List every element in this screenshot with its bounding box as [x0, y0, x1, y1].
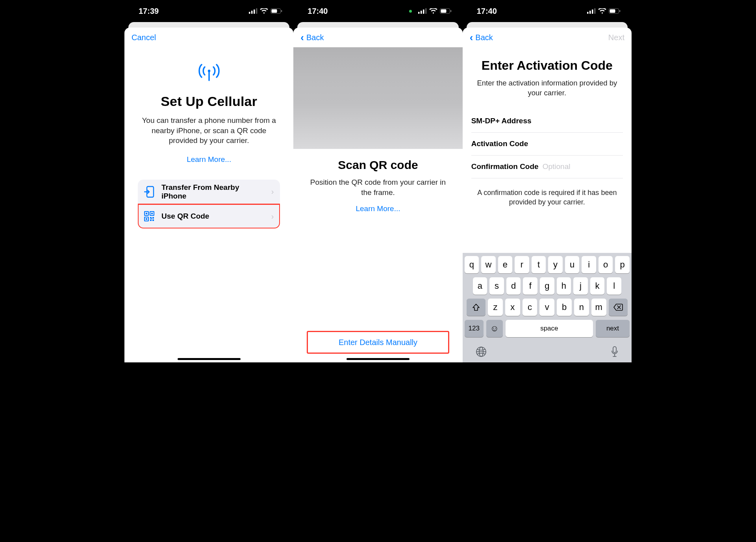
camera-active-indicator-icon — [409, 10, 412, 13]
key-f[interactable]: f — [523, 277, 537, 295]
back-button[interactable]: Back — [475, 33, 493, 42]
svg-rect-29 — [589, 11, 591, 14]
key-shift[interactable] — [467, 299, 485, 316]
highlight-annotation: Enter Details Manually — [307, 331, 449, 354]
key-x[interactable]: x — [505, 299, 520, 316]
cancel-button[interactable]: Cancel — [132, 33, 156, 42]
key-q[interactable]: q — [465, 256, 479, 273]
field-activation-code[interactable]: Activation Code — [471, 133, 623, 156]
field-label: Confirmation Code — [471, 162, 539, 171]
learn-more-link[interactable]: Learn More... — [132, 155, 285, 164]
key-space[interactable]: space — [506, 320, 593, 337]
option-label: Use QR Code — [161, 212, 265, 221]
dictation-button[interactable] — [611, 346, 619, 357]
status-bar: 17:40 — [463, 0, 632, 22]
key-next[interactable]: next — [596, 320, 630, 337]
field-placeholder: Optional — [543, 162, 571, 171]
software-keyboard: q w e r t y u i o p a s d — [463, 253, 632, 362]
field-label: SM-DP+ Address — [471, 117, 532, 125]
key-z[interactable]: z — [488, 299, 503, 316]
camera-viewfinder[interactable] — [293, 47, 462, 149]
svg-rect-5 — [272, 9, 277, 13]
svg-rect-38 — [613, 347, 616, 353]
emoji-icon: ☺ — [490, 323, 498, 334]
cellular-antenna-icon — [197, 63, 221, 83]
page-title: Set Up Cellular — [132, 94, 285, 109]
key-t[interactable]: t — [532, 256, 546, 273]
enter-details-manually-button[interactable]: Enter Details Manually — [339, 338, 417, 347]
field-label: Activation Code — [471, 139, 528, 148]
svg-rect-15 — [146, 218, 147, 220]
cellular-icon — [418, 8, 427, 14]
svg-rect-26 — [441, 9, 446, 13]
globe-icon — [476, 346, 487, 357]
home-indicator[interactable] — [346, 358, 410, 360]
key-c[interactable]: c — [523, 299, 537, 316]
modal-sheet: ‹ Back Next Enter Activation Code Enter … — [463, 28, 632, 362]
key-emoji[interactable]: ☺ — [486, 320, 503, 337]
key-backspace[interactable] — [609, 299, 628, 316]
key-p[interactable]: p — [615, 256, 630, 273]
status-bar: 17:40 — [293, 0, 462, 22]
key-n[interactable]: n — [574, 299, 589, 316]
page-title: Enter Activation Code — [471, 58, 623, 73]
key-v[interactable]: v — [539, 299, 554, 316]
key-b[interactable]: b — [557, 299, 572, 316]
key-e[interactable]: e — [498, 256, 513, 273]
svg-rect-6 — [281, 10, 282, 12]
cellular-icon — [587, 8, 596, 14]
transfer-icon — [143, 186, 155, 198]
svg-rect-3 — [256, 8, 258, 14]
key-numbers[interactable]: 123 — [465, 320, 484, 337]
option-transfer-nearby[interactable]: Transfer From Nearby iPhone › — [138, 180, 280, 204]
key-j[interactable]: j — [573, 277, 588, 295]
status-icons — [409, 8, 452, 14]
key-r[interactable]: r — [515, 256, 529, 273]
nav-bar: ‹ Back — [293, 28, 462, 47]
svg-rect-28 — [587, 12, 589, 14]
svg-rect-33 — [610, 9, 615, 13]
svg-rect-1 — [251, 11, 253, 14]
back-button[interactable]: Back — [306, 33, 324, 42]
key-y[interactable]: y — [548, 256, 563, 273]
key-a[interactable]: a — [473, 277, 487, 295]
field-smdp-address[interactable]: SM-DP+ Address — [471, 110, 623, 133]
option-label: Transfer From Nearby iPhone — [161, 183, 265, 200]
screenshot-scan-qr: 17:40 ‹ Back Scan QR co — [293, 0, 462, 362]
svg-rect-30 — [592, 9, 593, 14]
next-button[interactable]: Next — [608, 33, 624, 42]
home-indicator[interactable] — [178, 358, 241, 360]
key-m[interactable]: m — [591, 299, 606, 316]
field-confirmation-code[interactable]: Confirmation Code Optional — [471, 156, 623, 178]
chevron-left-icon: ‹ — [300, 32, 304, 43]
key-l[interactable]: l — [607, 277, 621, 295]
battery-icon — [271, 8, 282, 14]
svg-rect-23 — [423, 9, 424, 14]
key-i[interactable]: i — [582, 256, 596, 273]
wifi-icon — [598, 8, 606, 14]
svg-rect-19 — [152, 219, 154, 221]
key-u[interactable]: u — [565, 256, 580, 273]
key-k[interactable]: k — [590, 277, 605, 295]
svg-rect-24 — [425, 8, 427, 14]
svg-rect-2 — [254, 9, 255, 14]
modal-sheet: ‹ Back Scan QR code Position the QR code… — [293, 28, 462, 362]
globe-button[interactable] — [476, 346, 487, 357]
svg-rect-31 — [594, 8, 596, 14]
learn-more-link[interactable]: Learn More... — [305, 204, 450, 213]
key-g[interactable]: g — [540, 277, 554, 295]
option-use-qr-code[interactable]: Use QR Code › — [138, 204, 280, 228]
chevron-right-icon: › — [271, 212, 274, 221]
key-w[interactable]: w — [481, 256, 496, 273]
svg-rect-34 — [619, 10, 620, 12]
key-d[interactable]: d — [506, 277, 521, 295]
svg-rect-20 — [151, 218, 152, 219]
svg-rect-17 — [152, 217, 154, 219]
svg-rect-21 — [418, 12, 420, 14]
key-h[interactable]: h — [557, 277, 571, 295]
svg-rect-27 — [450, 10, 451, 12]
status-bar: 17:39 — [124, 0, 293, 22]
key-o[interactable]: o — [598, 256, 613, 273]
key-s[interactable]: s — [489, 277, 504, 295]
status-icons — [587, 8, 621, 14]
